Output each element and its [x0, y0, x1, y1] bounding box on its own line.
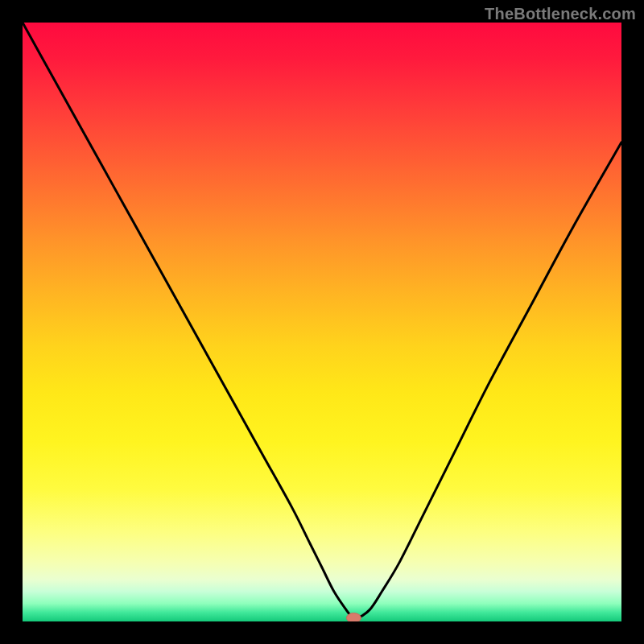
bottleneck-curve [23, 23, 621, 618]
plot-area [23, 23, 621, 621]
watermark-text: TheBottleneck.com [485, 5, 636, 23]
chart-container: TheBottleneck.com [0, 0, 644, 644]
optimal-point-marker [346, 613, 361, 621]
curve-svg [23, 23, 621, 621]
